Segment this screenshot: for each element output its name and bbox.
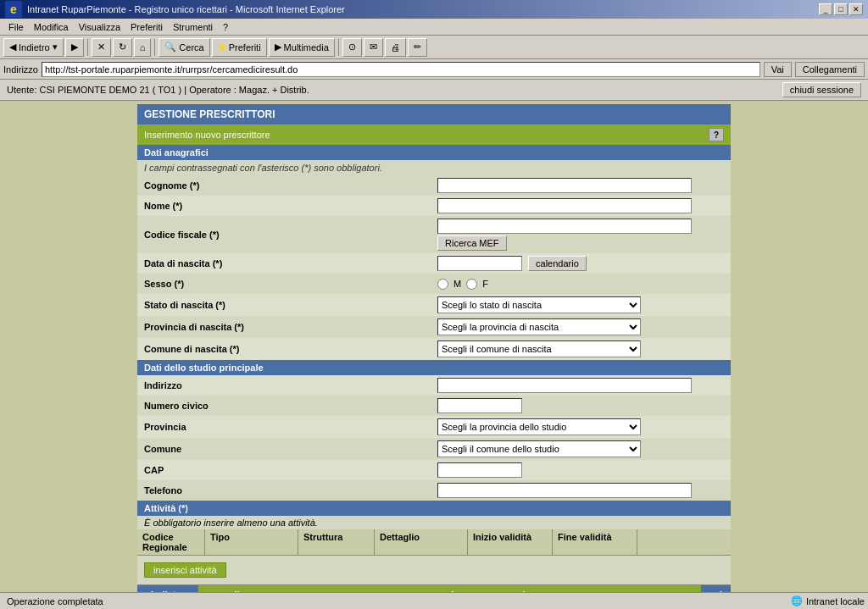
favorites-button[interactable]: ★Preferiti (212, 38, 267, 57)
stato-nascita-select[interactable]: Scegli lo stato di nascita (437, 296, 641, 313)
main-area: Utente: CSI PIEMONTE DEMO 21 ( TO1 ) | O… (0, 80, 868, 592)
maximize-button[interactable]: □ (834, 3, 848, 15)
title-bar: e Intranet RuparPiemonte - Registro unic… (0, 0, 868, 19)
cap-label: CAP (137, 463, 434, 477)
nome-row: Nome (*) (137, 196, 731, 216)
stato-nascita-row: Stato di nascita (*) Scegli lo stato di … (137, 294, 731, 316)
help-button[interactable]: ? (709, 128, 724, 141)
numero-civico-label: Numero civico (137, 399, 434, 412)
mail-button[interactable]: ✉ (364, 38, 383, 57)
search-button[interactable]: 🔍 Cerca (159, 38, 209, 57)
print-button[interactable]: 🖨 (385, 38, 406, 57)
menu-file[interactable]: File (3, 20, 29, 34)
sesso-f-radio[interactable] (466, 279, 477, 290)
sesso-m-radio[interactable] (437, 279, 448, 290)
col-fine-validita: Fine validità (553, 529, 637, 555)
back-button[interactable]: ◀ Indietro ▾ (3, 38, 64, 57)
indirizzo-field (434, 377, 731, 394)
provincia-nascita-label: Provincia di nascita (*) (137, 320, 434, 334)
forward-button[interactable]: ▶ (65, 38, 84, 57)
sub-header: Inserimento nuovo prescrittore ? (137, 125, 731, 145)
comune-nascita-row: Comune di nascita (*) Scegli il comune d… (137, 338, 731, 360)
comune-nascita-select[interactable]: Scegli il comune di nascita (437, 340, 641, 357)
cognome-label: Cognome (*) (137, 179, 434, 192)
calendar-button[interactable]: calendario (528, 256, 587, 271)
go-button[interactable]: Vai (764, 62, 792, 77)
user-bar: Utente: CSI PIEMONTE DEMO 21 ( TO1 ) | O… (0, 80, 868, 101)
provincia-nascita-select[interactable]: Scegli la provincia di nascita (437, 318, 641, 335)
data-nascita-input[interactable] (437, 256, 522, 271)
status-right: 🌐 Intranet locale (791, 595, 865, 606)
home-button[interactable]: ⌂ (134, 38, 152, 57)
cognome-input[interactable] (437, 178, 692, 193)
menu-preferiti[interactable]: Preferiti (125, 20, 168, 34)
codice-fiscale-row: Codice fiscale (*) Ricerca MEF (137, 216, 731, 253)
ricerca-mef-button[interactable]: Ricerca MEF (437, 235, 507, 251)
indirizzo-label: Indirizzo (137, 379, 434, 392)
menu-modifica[interactable]: Modifica (29, 20, 74, 34)
zone-text: Intranet locale (806, 596, 865, 606)
toolbar: ◀ Indietro ▾ ▶ ✕ ↻ ⌂ 🔍 Cerca ★Preferiti … (0, 36, 868, 59)
data-nascita-row: Data di nascita (*) calendario (137, 253, 731, 274)
window-title: Intranet RuparPiemonte - Registro unico … (27, 4, 345, 14)
status-text: Operazione completata (3, 596, 103, 606)
menu-help[interactable]: ? (218, 20, 233, 34)
refresh-button[interactable]: ↻ (113, 38, 132, 57)
provincia-row: Provincia Scegli la provincia dello stud… (137, 416, 731, 438)
window-controls[interactable]: _ □ ✕ (819, 3, 863, 15)
codice-fiscale-label: Codice fiscale (*) (137, 228, 434, 241)
telefono-label: Telefono (137, 484, 434, 497)
numero-civico-field (434, 397, 731, 414)
history-button[interactable]: ⊙ (342, 38, 362, 57)
back-form-button[interactable]: indietro (137, 585, 198, 592)
comune-nascita-label: Comune di nascita (*) (137, 342, 434, 356)
table-header: CodiceRegionale Tipo Struttura Dettaglio… (137, 529, 731, 556)
address-bar: Indirizzo Vai Collegamenti (0, 59, 868, 80)
edit-button[interactable]: ✏ (408, 38, 427, 57)
telefono-input[interactable] (437, 483, 692, 498)
address-input[interactable] (42, 62, 760, 77)
stop-button[interactable]: ✕ (92, 38, 111, 57)
telefono-field (434, 482, 731, 499)
annulla-button[interactable]: annulla (198, 585, 259, 592)
insert-activity-button[interactable]: inserisci attività (144, 562, 226, 578)
provincia-select[interactable]: Scegli la provincia dello studio (437, 418, 641, 435)
comune-nascita-field: Scegli il comune di nascita (434, 340, 731, 358)
cap-row: CAP (137, 460, 731, 480)
close-button[interactable]: ✕ (849, 3, 863, 15)
minimize-button[interactable]: _ (819, 3, 832, 15)
sesso-f-label: F (482, 279, 488, 289)
attivita-note: È obbligatorio inserire almeno una attiv… (137, 516, 731, 529)
menu-bar: File Modifica Visualizza Preferiti Strum… (0, 19, 868, 36)
close-session-button[interactable]: chiudi sessione (782, 82, 861, 97)
col-inizio-validita: Inizio validità (468, 529, 553, 555)
sesso-row: Sesso (*) M F (137, 274, 731, 294)
indirizzo-input[interactable] (437, 378, 692, 393)
address-label: Indirizzo (3, 64, 38, 75)
numero-civico-input[interactable] (437, 398, 522, 413)
form-note: I campi contrassegnati con l'asterisco (… (137, 160, 731, 175)
menu-strumenti[interactable]: Strumenti (168, 20, 218, 34)
vai-button[interactable]: vai (701, 585, 731, 592)
comune-field: Scegli il comune dello studio (434, 440, 731, 458)
cognome-field (434, 177, 731, 194)
conferma-prosegui-button[interactable]: conferma e prosegui (259, 585, 701, 592)
provincia-field: Scegli la provincia dello studio (434, 418, 731, 436)
numero-civico-row: Numero civico (137, 396, 731, 416)
nome-input[interactable] (437, 198, 692, 213)
comune-select[interactable]: Scegli il comune dello studio (437, 440, 641, 457)
menu-visualizza[interactable]: Visualizza (74, 20, 125, 34)
links-button[interactable]: Collegamenti (795, 62, 865, 77)
sesso-label: Sesso (*) (137, 277, 434, 291)
multimedia-button[interactable]: ▶ Multimedia (269, 38, 335, 57)
sesso-field: M F (434, 278, 731, 291)
insert-activity-area: inserisci attività (137, 556, 731, 584)
provincia-nascita-field: Scegli la provincia di nascita (434, 318, 731, 336)
user-info: Utente: CSI PIEMONTE DEMO 21 ( TO1 ) | O… (7, 85, 309, 95)
codice-fiscale-input[interactable] (437, 219, 692, 234)
codice-fiscale-field: Ricerca MEF (434, 218, 731, 252)
cap-input[interactable] (437, 462, 522, 478)
ie-icon: e (5, 1, 22, 18)
telefono-row: Telefono (137, 480, 731, 501)
indirizzo-row: Indirizzo (137, 375, 731, 396)
